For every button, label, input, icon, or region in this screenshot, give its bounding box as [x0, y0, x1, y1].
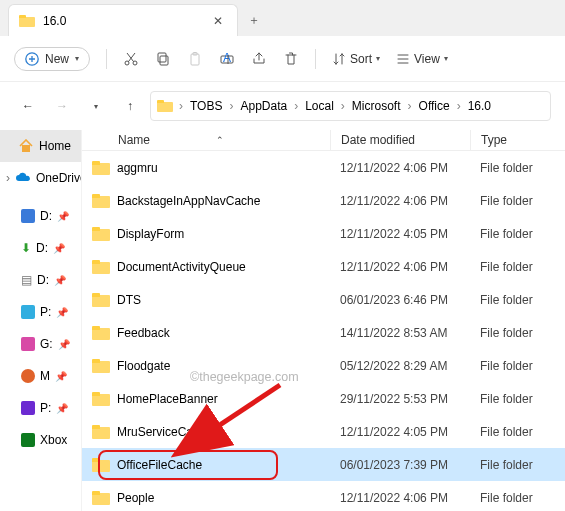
sidebar-label: P: — [40, 401, 51, 415]
table-row[interactable]: DisplayForm12/11/2022 4:05 PMFile folder — [82, 217, 565, 250]
sidebar-pinned-item[interactable]: D:📌 — [0, 200, 81, 232]
sidebar-label: D: — [36, 241, 48, 255]
trash-icon — [283, 51, 299, 67]
table-row[interactable]: OfficeFileCache06/01/2023 7:39 PMFile fo… — [82, 448, 565, 481]
folder-icon — [92, 491, 110, 505]
crumb-segment[interactable]: Office — [414, 97, 455, 115]
cut-button[interactable] — [123, 51, 139, 67]
header-name[interactable]: Name⌃ — [82, 133, 330, 147]
sort-button[interactable]: Sort ▾ — [332, 52, 380, 66]
chevron-down-icon: ▾ — [75, 54, 79, 63]
file-type: File folder — [470, 392, 565, 406]
sidebar-label: Home — [39, 139, 71, 153]
chevron-right-icon: › — [179, 99, 183, 113]
sidebar: Home › OneDrive D:📌 ⬇D:📌 ▤D:📌 P:📌 G:📌 M📌… — [0, 130, 82, 511]
view-button[interactable]: View ▾ — [396, 52, 448, 66]
sidebar-item-onedrive[interactable]: › OneDrive — [0, 162, 81, 194]
table-row[interactable]: aggmru12/11/2022 4:06 PMFile folder — [82, 151, 565, 184]
download-icon: ⬇ — [21, 241, 31, 255]
active-tab[interactable]: 16.0 ✕ — [8, 4, 238, 36]
expand-icon[interactable]: › — [6, 171, 10, 185]
table-row[interactable]: People12/11/2022 4:06 PMFile folder — [82, 481, 565, 511]
file-type: File folder — [470, 359, 565, 373]
tab-title: 16.0 — [43, 14, 66, 28]
sort-asc-icon: ⌃ — [216, 135, 224, 145]
main: Home › OneDrive D:📌 ⬇D:📌 ▤D:📌 P:📌 G:📌 M📌… — [0, 130, 565, 511]
paste-icon — [187, 51, 203, 67]
back-button[interactable]: ← — [14, 99, 42, 113]
video-icon — [21, 401, 35, 415]
chevron-right-icon: › — [294, 99, 298, 113]
header-type[interactable]: Type — [470, 130, 565, 150]
chevron-right-icon: › — [408, 99, 412, 113]
table-row[interactable]: Feedback14/11/2022 8:53 AMFile folder — [82, 316, 565, 349]
delete-button[interactable] — [283, 51, 299, 67]
table-row[interactable]: DTS06/01/2023 6:46 PMFile folder — [82, 283, 565, 316]
sidebar-label: G: — [40, 337, 53, 351]
rename-icon: A — [219, 51, 235, 67]
paste-button[interactable] — [187, 51, 203, 67]
plus-circle-icon — [25, 52, 39, 66]
crumb-segment[interactable]: 16.0 — [463, 97, 496, 115]
copy-button[interactable] — [155, 51, 171, 67]
content-pane: Name⌃ Date modified Type aggmru12/11/202… — [82, 130, 565, 511]
new-button[interactable]: New ▾ — [14, 47, 90, 71]
table-row[interactable]: HomePlaceBanner29/11/2022 5:53 PMFile fo… — [82, 382, 565, 415]
recent-dropdown[interactable]: ▾ — [82, 102, 110, 111]
file-name: DocumentActivityQueue — [117, 260, 246, 274]
sidebar-pinned-item[interactable]: P:📌 — [0, 392, 81, 424]
sidebar-label: M — [40, 369, 50, 383]
table-row[interactable]: DocumentActivityQueue12/11/2022 4:06 PMF… — [82, 250, 565, 283]
folder-icon — [92, 260, 110, 274]
file-date: 06/01/2023 6:46 PM — [330, 293, 470, 307]
rename-button[interactable]: A — [219, 51, 235, 67]
file-type: File folder — [470, 227, 565, 241]
file-date: 12/11/2022 4:05 PM — [330, 425, 470, 439]
table-row[interactable]: BackstageInAppNavCache12/11/2022 4:06 PM… — [82, 184, 565, 217]
sidebar-label: P: — [40, 305, 51, 319]
crumb-segment[interactable]: Local — [300, 97, 339, 115]
folder-icon — [92, 359, 110, 373]
share-button[interactable] — [251, 51, 267, 67]
breadcrumb[interactable]: › TOBS › AppData › Local › Microsoft › O… — [150, 91, 551, 121]
sidebar-pinned-item[interactable]: Xbox — [0, 424, 81, 456]
sidebar-item-home[interactable]: Home — [0, 130, 81, 162]
nav-bar: ← → ▾ ↑ › TOBS › AppData › Local › Micro… — [0, 82, 565, 130]
table-row[interactable]: Floodgate05/12/2022 8:29 AMFile folder — [82, 349, 565, 382]
up-button[interactable]: ↑ — [116, 99, 144, 113]
file-name: Feedback — [117, 326, 170, 340]
drive-icon — [21, 209, 35, 223]
sort-label: Sort — [350, 52, 372, 66]
new-tab-button[interactable]: ＋ — [238, 4, 270, 36]
crumb-segment[interactable]: TOBS — [185, 97, 227, 115]
sidebar-pinned-item[interactable]: M📌 — [0, 360, 81, 392]
sidebar-pinned-item[interactable]: ⬇D:📌 — [0, 232, 81, 264]
file-date: 14/11/2022 8:53 AM — [330, 326, 470, 340]
chevron-right-icon: › — [341, 99, 345, 113]
file-type: File folder — [470, 260, 565, 274]
file-date: 05/12/2022 8:29 AM — [330, 359, 470, 373]
header-date[interactable]: Date modified — [330, 130, 470, 150]
sort-icon — [332, 52, 346, 66]
file-name: aggmru — [117, 161, 158, 175]
close-tab-button[interactable]: ✕ — [209, 12, 227, 30]
file-name: OfficeFileCache — [117, 458, 202, 472]
file-type: File folder — [470, 458, 565, 472]
file-date: 12/11/2022 4:06 PM — [330, 491, 470, 505]
file-date: 12/11/2022 4:06 PM — [330, 194, 470, 208]
sidebar-pinned-item[interactable]: G:📌 — [0, 328, 81, 360]
tab-bar: 16.0 ✕ ＋ — [0, 0, 565, 36]
folder-icon — [92, 227, 110, 241]
table-row[interactable]: MruServiceCache12/11/2022 4:05 PMFile fo… — [82, 415, 565, 448]
folder-icon — [92, 161, 110, 175]
crumb-segment[interactable]: AppData — [235, 97, 292, 115]
sidebar-pinned-item[interactable]: P:📌 — [0, 296, 81, 328]
xbox-icon — [21, 433, 35, 447]
share-icon — [251, 51, 267, 67]
sidebar-pinned-item[interactable]: ▤D:📌 — [0, 264, 81, 296]
crumb-segment[interactable]: Microsoft — [347, 97, 406, 115]
chevron-down-icon: ▾ — [444, 54, 448, 63]
forward-button[interactable]: → — [48, 99, 76, 113]
folder-icon — [19, 15, 35, 27]
file-date: 06/01/2023 7:39 PM — [330, 458, 470, 472]
